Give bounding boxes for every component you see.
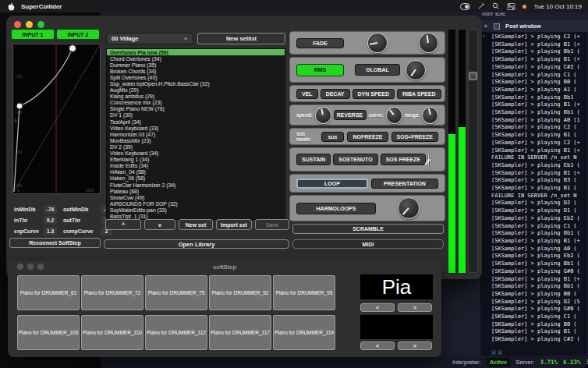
envelope-graph[interactable]: -20 -40 -60 -80 0 1000 dB [12, 44, 101, 194]
dyn-speed-button[interactable]: DYN SPEED [352, 89, 395, 99]
sus-button[interactable]: sus [321, 132, 345, 142]
vel-button[interactable]: VEL [296, 89, 318, 99]
piano-preset-button[interactable]: Piano for DRUMMER_92 [209, 275, 271, 310]
riba-speed-button[interactable]: RIBA SPEED [397, 89, 441, 99]
fade-knob-2[interactable] [419, 33, 439, 53]
param-value-field[interactable]: 0.2 [44, 216, 57, 225]
detach-icon[interactable] [494, 23, 500, 30]
setlist-item[interactable]: Video Keyboard (33) [107, 125, 285, 131]
import-set-button[interactable]: Import set [216, 219, 252, 230]
display-toggle-icon[interactable] [460, 3, 470, 10]
sustain-button[interactable]: SUSTAIN [296, 154, 331, 165]
minimize-window-button[interactable] [26, 21, 33, 28]
setlist-item[interactable]: Broken Chords (34) [107, 68, 285, 74]
scroll-up-icon[interactable]: ▲ [482, 33, 486, 37]
move-down-button[interactable]: v [144, 219, 175, 230]
post-hscrollbar[interactable]: ▾◂ [491, 350, 502, 355]
setlist-item[interactable]: TestApril (34) [107, 119, 285, 125]
curve-handle-high[interactable] [69, 45, 76, 52]
fade-button[interactable]: FADE [296, 38, 344, 48]
setlist-item[interactable]: HAken_04 (58) [107, 169, 285, 175]
piano-preset-button[interactable]: Piano for DRUMMER_95 [273, 275, 335, 310]
speed-knob[interactable] [315, 107, 331, 124]
scroll-left-icon[interactable]: ◂ [498, 350, 502, 355]
midi-button[interactable]: MIDI [292, 239, 444, 249]
setlist-item[interactable]: Haken_06 (58) [107, 175, 285, 182]
setlist-item[interactable]: Video Keyboard (34) [107, 150, 285, 157]
slash-icon[interactable] [477, 2, 485, 10]
setlist-item[interactable]: Chord Overtones (34) [107, 55, 285, 62]
piano-preset-button[interactable]: Piano for DRUMMER_117 [209, 315, 271, 350]
setlist-item[interactable]: Split Overtones (40) [107, 74, 285, 80]
setlist-item[interactable]: AIRSOUNDS FOR SOP (32) [107, 200, 285, 207]
sostenuto-button[interactable]: SOSTENUTO [333, 154, 377, 165]
control-center-icon[interactable] [507, 3, 515, 10]
nofreeze-button[interactable]: NOFREEZE [347, 132, 388, 142]
next-preset-button[interactable]: > [398, 303, 432, 312]
scramble-button[interactable]: SCRAMBLE [292, 224, 444, 234]
search-icon[interactable] [492, 2, 500, 10]
setlist-item[interactable]: Sop_water.trptOpen.H.Pitch.BassClar (32) [107, 80, 285, 87]
setlist-item[interactable]: FluteClar Harmonizer 2 (34) [107, 182, 285, 188]
setlist-item[interactable]: AugMix (29) [107, 87, 285, 94]
param-value-field[interactable]: 1.3 [44, 227, 57, 235]
volume-slider-handle[interactable] [469, 72, 477, 80]
rms-knob[interactable] [406, 60, 426, 80]
rms-button[interactable]: RMS [296, 64, 344, 76]
range-knob[interactable] [422, 107, 438, 124]
reverse-button[interactable]: REVERSE [334, 110, 367, 120]
menu-clock[interactable]: Tue 10 Oct 10:19 [533, 3, 582, 10]
piano-preset-button[interactable]: Piano for DRUMMER_103 [17, 315, 80, 350]
zoom-window-button[interactable] [37, 21, 44, 28]
setlist-item[interactable]: Efterklang 1 (34) [107, 157, 285, 163]
next-button[interactable]: > [398, 341, 432, 350]
new-set-button[interactable]: New set [179, 219, 213, 230]
setlist-dropdown[interactable]: 00 Village ▼ [106, 33, 193, 44]
decay-button[interactable]: DECAY [321, 89, 350, 99]
post-window[interactable]: ▲ [SKSampler] > playing C2 (+[SKSampler]… [480, 32, 587, 356]
setlist-item[interactable]: DV 1 (30) [107, 112, 285, 119]
scroll-down-icon[interactable]: ▾ [491, 350, 496, 355]
piano-preset-button[interactable]: Piano for DRUMMER_112 [145, 315, 207, 350]
close-icon[interactable]: ✕ [484, 23, 488, 30]
reconnect-softstep-button[interactable]: Reconnect SoftStep [9, 238, 101, 248]
piano-preset-button[interactable]: Piano for DRUMMER_61 [17, 275, 80, 310]
setlist-item[interactable]: Dummer Piano (35) [107, 62, 285, 68]
param-value-field[interactable]: -74 [44, 205, 57, 214]
setlist[interactable]: Overtones Pia new (59)Chord Overtones (3… [106, 48, 285, 220]
setlist-item[interactable]: SnowCvw (49) [107, 194, 285, 200]
zoom-window-button[interactable] [37, 264, 44, 270]
setlist-item[interactable]: MovBassMix (23) [107, 137, 285, 143]
sos-eq-freeze-button[interactable]: SOS=FREEZE [391, 132, 438, 142]
loop-button[interactable]: LOOP [296, 179, 368, 189]
setlist-item[interactable]: Harmonizer.03 (47) [107, 131, 285, 137]
harmoloops-button[interactable]: HARMOLOOPS [296, 203, 376, 214]
move-up-button[interactable]: ^ [105, 219, 141, 230]
close-window-button[interactable] [17, 264, 23, 270]
volume-slider[interactable] [468, 30, 478, 273]
input1-button[interactable]: INPUT 1 [11, 29, 55, 40]
interpreter-status-badge[interactable]: Active [487, 358, 511, 366]
curve-handle-low[interactable] [16, 103, 23, 109]
sustain-knob[interactable] [428, 150, 430, 169]
setlist-item[interactable]: Single Piano NEW (76) [107, 106, 285, 112]
setlist-item[interactable]: Concresence mix (23) [107, 100, 285, 106]
curve-knob[interactable] [386, 107, 402, 124]
minimize-window-button[interactable] [27, 264, 34, 270]
setlist-item[interactable]: DV 2 (39) [107, 143, 285, 150]
prev-preset-button[interactable]: < [360, 303, 395, 312]
open-library-button[interactable]: Open Library [104, 239, 289, 249]
sos-freeze-button[interactable]: SOS FREEZE [381, 154, 426, 165]
post-window-tab[interactable]: Post window [505, 23, 541, 30]
setlist-item[interactable]: Inside Edits (34) [107, 163, 285, 169]
close-window-button[interactable] [14, 21, 21, 28]
setlist-item[interactable]: Klang ambitus (29) [107, 94, 285, 100]
piano-preset-button[interactable]: Piano for DRUMMER_110 [81, 315, 143, 350]
setlist-item[interactable]: SopWaterEdits-pan (33) [107, 207, 285, 213]
prev-button[interactable]: < [360, 341, 395, 350]
harmoloops-knob[interactable] [398, 197, 420, 219]
piano-preset-button[interactable]: Piano for DRUMMER_119 [273, 315, 335, 350]
setlist-item[interactable]: Plateau (88) [107, 188, 285, 194]
piano-preset-button[interactable]: Piano for DRUMMER_75 [145, 275, 207, 310]
input2-button[interactable]: INPUT 2 [56, 29, 100, 40]
